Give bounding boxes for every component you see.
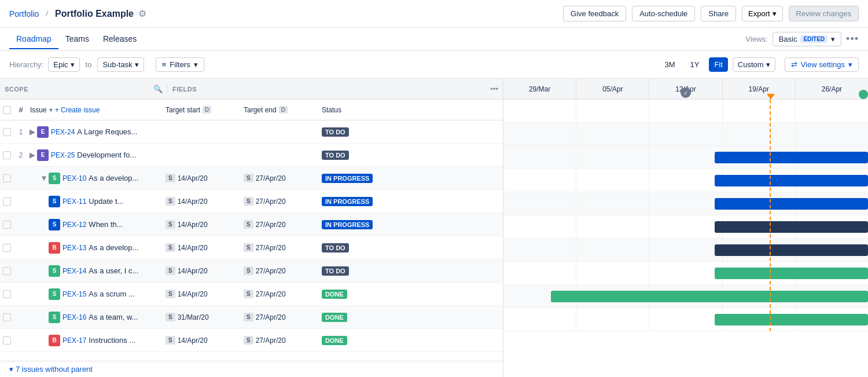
gantt-bar-pex11[interactable] (715, 175, 868, 186)
more-options-icon[interactable]: ••• (846, 33, 859, 45)
row-checkbox[interactable] (0, 151, 14, 159)
fields-more-icon[interactable]: ••• (490, 85, 498, 93)
row-checkbox[interactable] (0, 267, 14, 275)
issue-key[interactable]: PEX-25 (51, 151, 75, 159)
toolbar: Hierarchy: Epic ▾ to Sub-task ▾ ≡ Filter… (0, 51, 868, 79)
autoschedule-button[interactable]: Auto-schedule (632, 6, 695, 21)
s-badge: S (165, 174, 175, 182)
issue-key[interactable]: PEX-24 (51, 128, 75, 136)
row-end-date: S 27/Apr/20 (239, 266, 317, 275)
row-issue-cell: B PEX-17 Instructions ... (28, 335, 161, 346)
review-changes-button[interactable]: Review changes (789, 6, 859, 21)
settings-icon[interactable]: ⚙ (138, 8, 146, 19)
gantt-bar-pex16[interactable] (551, 291, 868, 302)
gantt-row (503, 215, 868, 239)
gantt-bar-pex14[interactable] (715, 244, 868, 256)
status-badge: TO DO (322, 127, 349, 137)
row-start-date: S 14/Apr/20 (161, 290, 239, 298)
gantt-bar-pex15[interactable] (715, 268, 868, 279)
header-target-start: Target start D (161, 106, 239, 114)
feedback-button[interactable]: Give feedback (563, 6, 626, 21)
gantt-header-19apr: 19/Apr (723, 79, 796, 99)
create-issue-button[interactable]: + Create issue (55, 106, 100, 114)
row-checkbox[interactable] (0, 313, 14, 321)
gantt-bar-pex17[interactable] (715, 314, 868, 325)
issue-key[interactable]: PEX-13 (62, 244, 86, 252)
checkpoint-icon: ✓ (681, 87, 691, 98)
gantt-bar-pex13[interactable] (715, 221, 868, 233)
issues-without-parent[interactable]: ▾ 7 issues without parent (0, 361, 503, 377)
tab-releases[interactable]: Releases (96, 30, 144, 49)
tab-teams[interactable]: Teams (58, 30, 96, 49)
expand-icon[interactable]: ▶ (28, 127, 37, 136)
issue-key[interactable]: PEX-16 (62, 313, 86, 321)
search-icon[interactable]: 🔍 (153, 85, 163, 93)
page-title: Portfolio Example (55, 9, 134, 19)
issue-title: As a develop... (89, 243, 138, 252)
custom-dropdown[interactable]: Custom ▾ (733, 57, 775, 72)
breadcrumb-sep: / (46, 9, 48, 18)
header-target-end: Target end D (239, 106, 317, 114)
views-label: Views: (746, 35, 768, 43)
header-issue: Issue ▾ + Create issue (28, 106, 161, 114)
gantt-bar-pex12[interactable] (715, 198, 868, 210)
row-start-date: S 14/Apr/20 (161, 220, 239, 229)
export-button[interactable]: Export ▾ (742, 6, 783, 21)
row-end-date: S 27/Apr/20 (239, 220, 317, 229)
issue-title: A Large Reques... (77, 127, 137, 136)
issue-key[interactable]: PEX-14 (62, 267, 86, 275)
issue-key[interactable]: PEX-17 (62, 336, 86, 345)
row-start-date: S 31/Mar/20 (161, 313, 239, 321)
row-issue-cell: S PEX-16 As a team, w... (28, 312, 161, 323)
story-icon: S (49, 312, 60, 323)
row-issue-cell: B PEX-13 As a develop... (28, 242, 161, 254)
row-issue-cell: ▶ E PEX-25 Development fo... (28, 149, 161, 161)
hierarchy-to-dropdown[interactable]: Sub-task ▾ (97, 57, 144, 72)
gantt-row (503, 123, 868, 146)
time-1y-button[interactable]: 1Y (685, 57, 704, 72)
status-badge: DONE (322, 336, 347, 345)
status-badge: IN PROGRESS (322, 220, 373, 229)
row-checkbox[interactable] (0, 221, 14, 229)
epic-icon: E (37, 126, 49, 138)
hierarchy-from-dropdown[interactable]: Epic ▾ (48, 57, 79, 72)
filter-icon: ≡ (162, 60, 167, 69)
row-checkbox[interactable] (0, 290, 14, 298)
expand-icon[interactable]: ▼ (39, 174, 49, 182)
share-button[interactable]: Share (701, 6, 736, 21)
views-dropdown[interactable]: Basic EDITED ▾ (773, 32, 841, 46)
epic-icon: E (37, 149, 49, 161)
header-check (0, 106, 14, 114)
row-checkbox[interactable] (0, 336, 14, 345)
time-3m-button[interactable]: 3M (659, 57, 680, 72)
issue-key[interactable]: PEX-12 (62, 221, 86, 229)
issue-key[interactable]: PEX-11 (62, 197, 86, 206)
filters-button[interactable]: ≡ Filters ▾ (156, 57, 204, 72)
toolbar-right: 3M 1Y Fit Custom ▾ ⇄ View settings ▾ (659, 57, 859, 72)
row-status: IN PROGRESS (317, 174, 503, 182)
to-label: to (86, 60, 92, 69)
issue-key[interactable]: PEX-15 (62, 290, 86, 298)
fields-label: FIELDS (172, 86, 197, 93)
issue-key[interactable]: PEX-10 (62, 174, 86, 182)
chevron-down-icon: ▾ (766, 60, 770, 69)
header-left: Portfolio / Portfolio Example ⚙ (9, 8, 146, 19)
gantt-header-29mar: 29/Mar (503, 79, 576, 99)
issue-title: When th... (89, 220, 123, 229)
status-badge: IN PROGRESS (322, 197, 373, 206)
header-num: # (14, 105, 28, 114)
row-checkbox[interactable] (0, 128, 14, 136)
view-settings-button[interactable]: ⇄ View settings ▾ (785, 57, 859, 72)
gantt-bar-pex10[interactable] (715, 152, 868, 163)
row-checkbox[interactable] (0, 174, 14, 182)
row-checkbox[interactable] (0, 244, 14, 252)
expand-icon[interactable]: ▶ (28, 151, 37, 159)
time-fit-button[interactable]: Fit (709, 57, 727, 72)
breadcrumb-link[interactable]: Portfolio (9, 9, 39, 19)
tab-roadmap[interactable]: Roadmap (9, 30, 58, 49)
row-checkbox[interactable] (0, 197, 14, 206)
row-end-date: S 27/Apr/20 (239, 313, 317, 321)
chevron-down-icon: ▾ (194, 60, 198, 69)
nav-tabs: Roadmap Teams Releases Views: Basic EDIT… (0, 28, 868, 51)
select-all-checkbox[interactable] (3, 106, 11, 114)
